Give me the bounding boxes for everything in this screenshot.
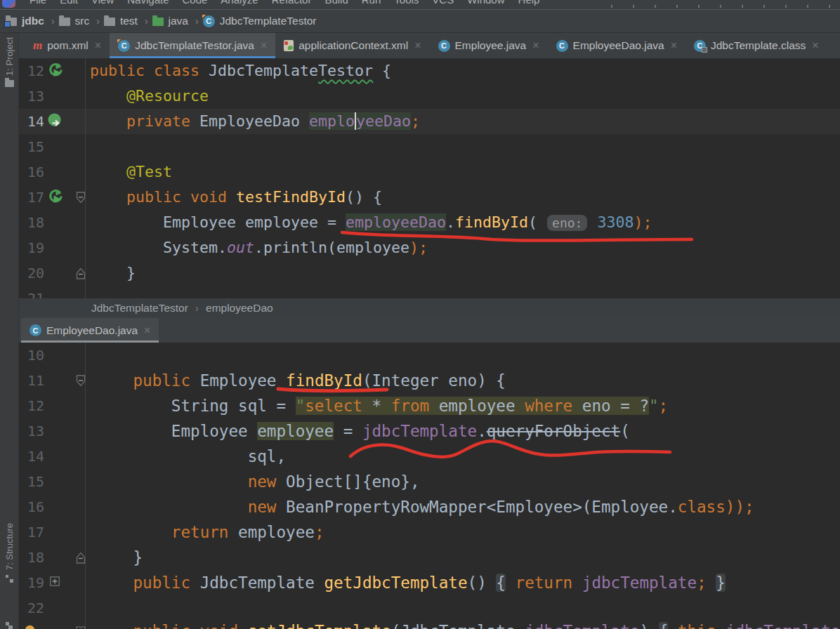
menu-item-navigate[interactable]: Navigate bbox=[127, 0, 169, 6]
tab-label: EmployeeDao.java bbox=[573, 39, 664, 52]
tab-label: applicationContext.xml bbox=[298, 39, 408, 52]
line-number: 14 bbox=[19, 109, 44, 134]
line-number: 22 bbox=[19, 595, 44, 621]
nav-crumb-label: test bbox=[120, 15, 138, 27]
toolbar-icons bbox=[611, 5, 830, 8]
tab-employeedao-java[interactable]: CEmployeeDao.java× bbox=[21, 318, 159, 343]
tab-close-icon[interactable]: × bbox=[671, 39, 677, 52]
menu-item-view[interactable]: View bbox=[91, 0, 114, 6]
code-text: @Test bbox=[90, 159, 172, 185]
tab-label: JdbcTemplate.class bbox=[711, 39, 806, 52]
tab-pom-xml[interactable]: mpom.xml× bbox=[25, 33, 110, 58]
run-test-icon[interactable] bbox=[47, 188, 65, 206]
menu-item-refactor[interactable]: Refactor bbox=[272, 0, 312, 6]
run-test-icon[interactable] bbox=[47, 62, 65, 80]
nav-crumb-src[interactable]: src bbox=[59, 15, 90, 27]
tool-window-button-favorites[interactable]: Favorites bbox=[0, 621, 19, 629]
line-number: 15 bbox=[19, 134, 44, 159]
tab-label: EmployeeDao.java bbox=[46, 324, 138, 337]
code-line-18: 18 } bbox=[19, 545, 840, 570]
code-text: @Resource bbox=[90, 84, 209, 109]
tab-employee-java[interactable]: CEmployee.java× bbox=[430, 33, 548, 58]
tab-label: JdbcTemplateTestor.java bbox=[135, 39, 254, 52]
tab-close-icon[interactable]: × bbox=[812, 39, 818, 52]
code-line-14: 14 private EmployeeDao employeeDao; bbox=[19, 109, 840, 134]
tab-close-icon[interactable]: × bbox=[95, 39, 101, 52]
menu-item-help[interactable]: Help bbox=[518, 0, 540, 6]
spring-bean-icon[interactable] bbox=[47, 112, 65, 131]
nav-crumb-jdbc[interactable]: jdbc bbox=[6, 15, 44, 27]
menu-item-run[interactable]: Run bbox=[362, 0, 381, 6]
breadcrumb-separator: › bbox=[195, 15, 199, 27]
breadcrumb-separator: › bbox=[51, 15, 55, 27]
tab-close-icon[interactable]: × bbox=[261, 39, 267, 52]
nav-crumb-test[interactable]: test bbox=[104, 15, 138, 27]
code-text: private EmployeeDao employeeDao; bbox=[90, 109, 420, 134]
line-number: 13 bbox=[19, 84, 44, 109]
line-number: 10 bbox=[19, 343, 44, 368]
code-text: String sql = "select * from employee whe… bbox=[95, 393, 668, 418]
fold-marker-end[interactable] bbox=[76, 260, 86, 286]
line-number: 17 bbox=[19, 185, 44, 210]
menu-item-vcs[interactable]: VCS bbox=[432, 0, 454, 6]
line-number: 21 bbox=[19, 286, 44, 298]
tab-applicationcontext-xml[interactable]: applicationContext.xml× bbox=[275, 33, 429, 58]
editor-tab-bar: mpom.xml×CJdbcTemplateTestor.java×applic… bbox=[19, 33, 840, 58]
tab-close-icon[interactable]: × bbox=[414, 39, 421, 52]
code-line-20: 20 } bbox=[19, 260, 840, 286]
menu-item-build[interactable]: Build bbox=[324, 0, 348, 6]
tab-jdbctemplate-class[interactable]: CJdbcTemplate.class× bbox=[685, 33, 827, 58]
nav-crumb-java[interactable]: java bbox=[152, 15, 188, 27]
line-number: 17 bbox=[19, 519, 44, 545]
java-class-icon: C bbox=[29, 324, 41, 336]
project-icon bbox=[5, 80, 14, 87]
fold-marker-start[interactable] bbox=[76, 185, 86, 210]
tab-employeedao-java[interactable]: CEmployeeDao.java× bbox=[548, 33, 685, 58]
line-number: 19 bbox=[19, 235, 44, 260]
folder-icon bbox=[59, 18, 70, 26]
menu-item-tools[interactable]: Tools bbox=[394, 0, 419, 6]
code-text: public void setJdbcTemplate(JdbcTemplate… bbox=[95, 618, 840, 629]
code-line-15: 15 bbox=[19, 134, 840, 159]
maven-icon: m bbox=[33, 39, 42, 53]
menu-item-code[interactable]: Code bbox=[182, 0, 207, 6]
tool-window-button-1-project[interactable]: 1: Project bbox=[0, 37, 19, 87]
parameter-hint: eno: bbox=[547, 215, 587, 231]
java-class-icon: C bbox=[118, 40, 130, 52]
fold-marker-start[interactable] bbox=[76, 368, 86, 393]
tool-window-button-7-structure[interactable]: 7: Structure bbox=[0, 523, 19, 583]
breadcrumb-separator: › bbox=[96, 15, 100, 27]
tab-jdbctemplatetestor-java[interactable]: CJdbcTemplateTestor.java× bbox=[110, 33, 275, 58]
menu-item-file[interactable]: File bbox=[29, 0, 46, 6]
code-line-12: 12public class JdbcTemplateTestor { bbox=[19, 58, 840, 84]
compiled-class-icon: C bbox=[694, 40, 706, 52]
nav-crumb-label: jdbc bbox=[22, 15, 44, 27]
tab-close-icon[interactable]: × bbox=[532, 39, 539, 52]
line-number: 16 bbox=[19, 159, 44, 185]
code-text: public class JdbcTemplateTestor { bbox=[90, 58, 391, 84]
expand-fold-icon[interactable] bbox=[47, 574, 65, 592]
navigation-breadcrumb-bar: jdbc›src›test›java›CJdbcTemplateTestor bbox=[0, 9, 840, 33]
line-number: 12 bbox=[19, 393, 44, 418]
java-class-icon: C bbox=[203, 15, 215, 27]
menu-item-analyze[interactable]: Analyze bbox=[221, 0, 258, 6]
nav-crumb-jdbctemplatetestor[interactable]: CJdbcTemplateTestor bbox=[203, 15, 317, 27]
code-line-14: 14 sql, bbox=[19, 444, 840, 469]
menu-item-edit[interactable]: Edit bbox=[60, 0, 78, 6]
tab-close-icon[interactable]: × bbox=[144, 324, 150, 337]
tool-window-stripe: 1: Project7: StructureFavorites bbox=[0, 33, 19, 629]
editor-employeedao[interactable]: 1011 public Employee findById(Integer en… bbox=[19, 343, 840, 629]
breadcrumb-separator: › bbox=[145, 15, 148, 27]
structure-crumb[interactable]: employeeDao bbox=[206, 302, 273, 314]
code-line-17: 17 return employee; bbox=[19, 519, 840, 545]
menu-item-window[interactable]: Window bbox=[467, 0, 504, 6]
structure-crumb[interactable]: JdbcTemplateTestor bbox=[91, 302, 188, 314]
fold-marker-end[interactable] bbox=[76, 545, 86, 570]
nav-crumb-label: src bbox=[75, 15, 90, 27]
line-number: 15 bbox=[19, 469, 44, 494]
code-line-17: 17 public void testFindById() { bbox=[19, 185, 840, 210]
editor-jdbctemplatetestor[interactable]: 12public class JdbcTemplateTestor {13 @R… bbox=[19, 58, 840, 298]
code-line-13: 13 @Resource bbox=[19, 84, 840, 109]
fold-marker-plus[interactable] bbox=[76, 618, 86, 629]
intention-bulb-icon[interactable] bbox=[22, 622, 41, 629]
